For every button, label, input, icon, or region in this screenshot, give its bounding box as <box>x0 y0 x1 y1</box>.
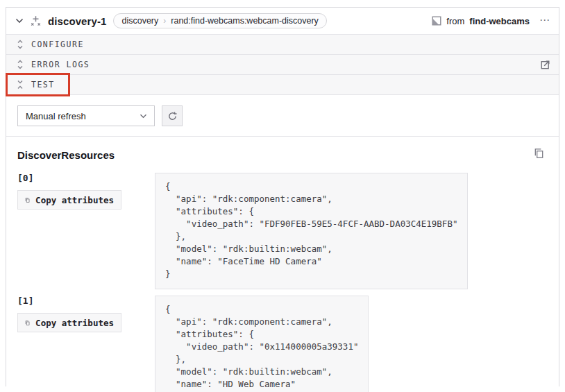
collapse-chevron-icon[interactable] <box>15 18 24 24</box>
card-header: discovery-1 discovery › rand:find-webcam… <box>6 8 559 34</box>
discovery-service-icon <box>30 15 42 27</box>
copy-attributes-button[interactable]: Copy attributes <box>17 190 121 210</box>
copy-icon <box>534 148 544 159</box>
section-configure-label: CONFIGURE <box>31 40 84 49</box>
from-module: from find-webcams <box>432 16 530 26</box>
copy-icon <box>25 195 30 205</box>
section-configure[interactable]: CONFIGURE <box>6 34 559 54</box>
copy-attributes-label: Copy attributes <box>35 195 114 205</box>
section-error-logs-label: ERROR LOGS <box>31 60 90 69</box>
refresh-button[interactable] <box>162 105 183 126</box>
refresh-controls: Manual refresh <box>6 95 559 136</box>
section-test-label: TEST <box>31 80 55 90</box>
resource-card: discovery-1 discovery › rand:find-webcam… <box>6 7 559 386</box>
open-logs-button[interactable] <box>540 60 550 70</box>
expand-icon <box>17 60 24 69</box>
copy-attributes-label: Copy attributes <box>35 318 114 328</box>
result-0-left: [0] Copy attributes <box>17 173 121 210</box>
badge-separator-icon: › <box>163 16 166 26</box>
discover-results: DiscoverResources [0] <box>6 136 559 392</box>
from-label: from <box>446 16 464 26</box>
from-module-name: find-webcams <box>469 16 530 26</box>
more-menu-button[interactable]: ⋯ <box>539 15 550 28</box>
result-index: [1] <box>17 296 121 306</box>
resource-name: discovery-1 <box>48 15 106 27</box>
badge-model: rand:find-webcams:webcam-discovery <box>171 16 319 26</box>
header-right: from find-webcams ⋯ <box>432 15 550 28</box>
open-in-new-icon <box>540 60 550 70</box>
copy-attributes-button[interactable]: Copy attributes <box>17 313 121 332</box>
result-1-left: [1] Copy attributes <box>17 296 121 332</box>
module-icon <box>432 16 441 26</box>
refresh-mode-value: Manual refresh <box>26 111 86 121</box>
copy-result-button[interactable] <box>534 148 548 159</box>
result-json: { "api": "rdk:component:camera", "attrib… <box>155 173 468 289</box>
section-error-logs[interactable]: ERROR LOGS <box>6 54 559 74</box>
method-header: DiscoverResources <box>17 149 548 161</box>
section-test[interactable]: TEST <box>6 74 559 94</box>
result-json: { "api": "rdk:component:camera", "attrib… <box>155 296 369 392</box>
copy-icon <box>25 318 30 328</box>
refresh-mode-select[interactable]: Manual refresh <box>17 105 155 126</box>
refresh-icon <box>167 111 178 121</box>
chevron-down-icon <box>140 114 147 119</box>
result-item-0: [0] Copy attributes { "api": "rdk:compon… <box>17 173 548 289</box>
result-index: [0] <box>17 173 121 183</box>
test-panel: Manual refresh DiscoverResources <box>6 94 559 392</box>
method-name: DiscoverResources <box>17 149 115 161</box>
badge-type: discovery <box>121 16 158 26</box>
expand-icon <box>17 40 24 49</box>
resource-type-badge: discovery › rand:find-webcams:webcam-dis… <box>113 13 326 28</box>
collapse-icon <box>17 80 24 90</box>
result-item-1: [1] Copy attributes { "api": "rdk:compon… <box>17 296 548 392</box>
